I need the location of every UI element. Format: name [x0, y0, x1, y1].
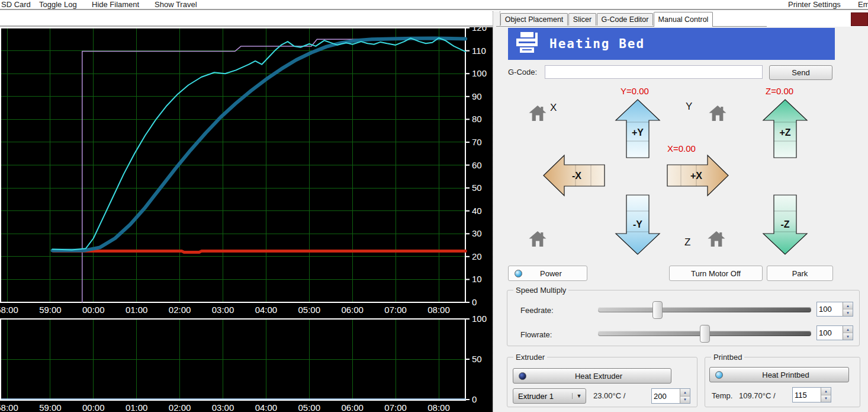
menu-item-hide-filament[interactable]: Hide Filament	[92, 0, 139, 9]
extruder-spin-up-button[interactable]: ▲	[680, 389, 690, 397]
power-led-icon	[515, 270, 522, 277]
svg-text:120: 120	[472, 27, 487, 33]
svg-text:20: 20	[472, 251, 482, 261]
menu-item-toggle-log[interactable]: Toggle Log	[39, 0, 77, 9]
tab-slicer[interactable]: Slicer	[568, 13, 596, 25]
home-y-button[interactable]	[709, 106, 726, 124]
home-icon	[529, 231, 546, 247]
svg-text:30: 30	[472, 228, 482, 238]
power-toggle-button[interactable]: Power	[508, 266, 587, 281]
z-coordinate-readout: Z=0.00	[766, 86, 793, 96]
svg-text:07:00: 07:00	[384, 305, 407, 315]
svg-text:01:00: 01:00	[126, 305, 148, 315]
feedrate-label: Feedrate:	[520, 306, 554, 315]
feedrate-value-input[interactable]	[817, 302, 843, 316]
extruder-current-temp: 23.00°C /	[593, 391, 625, 400]
svg-text:10: 10	[472, 274, 482, 284]
flowrate-spin-down-button[interactable]: ▼	[843, 333, 853, 340]
emergency-stop-button[interactable]	[851, 12, 868, 26]
svg-text:00:00: 00:00	[82, 403, 105, 412]
extruder-spin-down-button[interactable]: ▼	[680, 397, 690, 404]
printbed-spin-up-button[interactable]: ▲	[821, 388, 831, 395]
extruder-led-icon	[519, 372, 526, 380]
svg-text:59:00: 59:00	[39, 305, 62, 315]
svg-text:-Y: -Y	[633, 219, 642, 229]
move-minus-z-button[interactable]: -Z	[762, 194, 808, 255]
home-x-button[interactable]	[529, 106, 546, 124]
heat-extruder-button[interactable]: Heat Extruder	[513, 368, 671, 384]
tab-manual-control[interactable]: Manual Control	[654, 12, 713, 27]
y-axis-letter: Y	[686, 101, 692, 113]
home-icon	[708, 231, 725, 247]
gcode-input[interactable]	[545, 65, 763, 79]
send-button[interactable]: Send	[769, 65, 832, 80]
extruder-select-value: Extruder 1	[513, 392, 572, 401]
menu-item-sd-card[interactable]: SD Card	[1, 0, 31, 9]
move-plus-y-button[interactable]: +Y	[615, 99, 661, 158]
tab-object-placement[interactable]: Object Placement	[500, 13, 568, 25]
svg-text:08:00: 08:00	[427, 305, 450, 315]
printbed-spin-down-button[interactable]: ▼	[821, 395, 831, 403]
menu-item-show-travel[interactable]: Show Travel	[155, 0, 197, 9]
x-axis-letter: X	[550, 102, 557, 114]
home-icon	[529, 106, 546, 122]
flowrate-label: Flowrate:	[520, 330, 552, 339]
tab-gcode-editor[interactable]: G-Code Editor	[597, 13, 653, 25]
feedrate-spin-up-button[interactable]: ▲	[843, 302, 853, 309]
feedrate-spin-down-button[interactable]: ▼	[843, 309, 853, 316]
home-icon	[709, 106, 726, 122]
extruder-select[interactable]: Extruder 1 ▼	[513, 388, 586, 404]
move-minus-x-button[interactable]: -X	[542, 154, 605, 197]
feedrate-slider[interactable]	[598, 307, 811, 312]
svg-text:50: 50	[472, 183, 482, 193]
svg-text:02:00: 02:00	[169, 403, 191, 412]
svg-text:59:00: 59:00	[39, 403, 62, 412]
chevron-down-icon: ▼	[572, 393, 586, 399]
heat-printbed-label: Heat Printbed	[723, 371, 848, 379]
svg-text:0: 0	[472, 297, 477, 307]
svg-text:40: 40	[472, 206, 482, 216]
turn-motor-off-button[interactable]: Turn Motor Off	[669, 266, 763, 281]
move-plus-z-button[interactable]: +Z	[762, 99, 808, 158]
svg-text:100: 100	[472, 68, 487, 78]
svg-text:08:00: 08:00	[427, 403, 450, 412]
menu-separator	[0, 9, 868, 10]
extruder-target-input[interactable]	[652, 389, 680, 403]
home-all-button[interactable]	[529, 231, 546, 250]
app-window: SD Card Toggle Log Hide Filament Show Tr…	[0, 0, 868, 412]
banner-title: Heating Bed	[549, 37, 645, 51]
status-banner: Heating Bed	[508, 28, 835, 60]
svg-text:100: 100	[472, 314, 487, 324]
move-plus-x-button[interactable]: +X	[667, 154, 729, 197]
heat-extruder-label: Heat Extruder	[526, 372, 671, 381]
svg-text:01:00: 01:00	[126, 403, 148, 412]
speed-multiply-group: Speed Multiply	[507, 290, 860, 346]
flowrate-value-input[interactable]	[817, 326, 843, 340]
svg-text:+X: +X	[690, 171, 702, 181]
move-minus-y-button[interactable]: -Y	[615, 194, 661, 255]
home-z-button[interactable]	[708, 231, 725, 250]
svg-text:03:00: 03:00	[212, 403, 234, 412]
heat-printbed-button[interactable]: Heat Printbed	[709, 367, 849, 382]
flowrate-spin-up-button[interactable]: ▲	[843, 326, 853, 333]
flowrate-slider-thumb[interactable]	[700, 325, 710, 343]
z-axis-letter: Z	[684, 237, 690, 248]
menu-item-printer-settings[interactable]: Printer Settings	[788, 0, 841, 9]
svg-text:70: 70	[472, 137, 482, 147]
printer-icon	[515, 31, 541, 56]
printbed-group-label: Printbed	[711, 353, 744, 362]
feedrate-slider-thumb[interactable]	[652, 301, 663, 319]
svg-text:06:00: 06:00	[341, 403, 364, 412]
svg-text:80: 80	[472, 114, 482, 124]
park-button[interactable]: Park	[767, 266, 833, 281]
x-coordinate-readout: X=0.00	[667, 143, 696, 154]
menu-item-emergency-truncated[interactable]: Em	[858, 0, 868, 9]
temperature-charts: 58:0059:0000:0001:0002:0003:0004:0005:00…	[0, 27, 493, 412]
extruder-group-label: Extruder	[513, 353, 547, 362]
power-label: Power	[522, 269, 580, 278]
gcode-label: G-Code:	[508, 68, 537, 76]
svg-text:00:00: 00:00	[82, 305, 105, 315]
svg-text:02:00: 02:00	[169, 305, 191, 315]
svg-text:07:00: 07:00	[384, 403, 407, 412]
printbed-target-input[interactable]	[793, 388, 821, 402]
